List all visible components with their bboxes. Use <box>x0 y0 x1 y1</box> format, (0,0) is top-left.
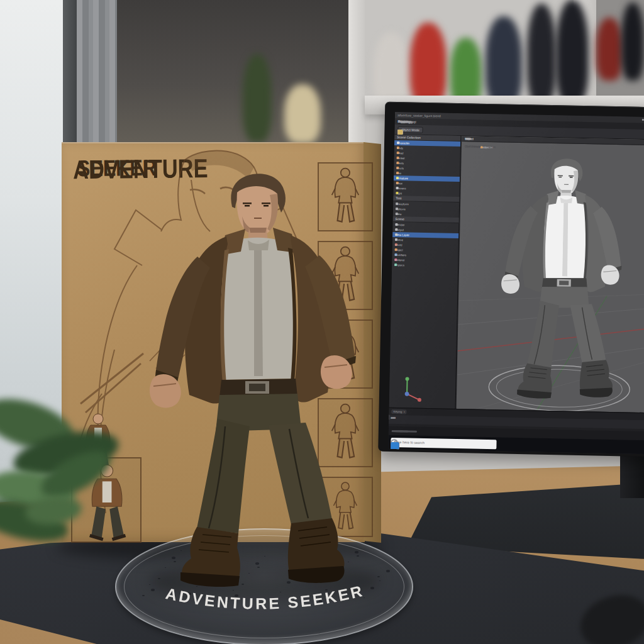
desk-scene: { "scene": { "room": { "shelf_figures": … <box>0 0 644 644</box>
action-figure <box>114 162 391 599</box>
